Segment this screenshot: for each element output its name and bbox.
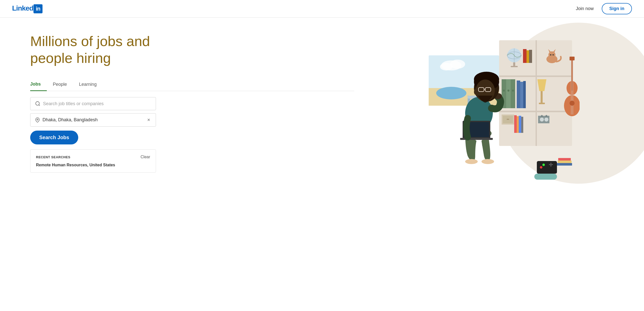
header-actions: Join now Sign in — [572, 3, 632, 14]
hero-illustration — [419, 25, 580, 186]
svg-point-20 — [552, 54, 554, 55]
svg-rect-44 — [521, 117, 523, 133]
main-content: Millions of jobs andpeople hiring Jobs P… — [0, 18, 644, 311]
svg-rect-30 — [541, 91, 543, 103]
svg-point-38 — [544, 118, 548, 122]
svg-rect-28 — [520, 82, 523, 108]
logo-in-box: in — [33, 4, 43, 13]
svg-rect-43 — [519, 116, 521, 133]
svg-rect-13 — [527, 50, 529, 63]
svg-rect-10 — [513, 62, 515, 66]
svg-point-0 — [36, 102, 39, 105]
svg-rect-23 — [511, 79, 515, 108]
recent-searches-box: RECENT SEARCHES Clear Remote Human Resou… — [30, 149, 156, 173]
location-pin-icon — [35, 117, 40, 123]
svg-rect-22 — [506, 79, 511, 108]
svg-point-37 — [540, 118, 544, 122]
svg-rect-11 — [511, 66, 518, 67]
svg-point-58 — [440, 63, 453, 70]
tab-learning[interactable]: Learning — [73, 79, 103, 91]
svg-rect-27 — [517, 81, 520, 108]
svg-point-67 — [481, 159, 494, 164]
svg-point-55 — [436, 87, 466, 99]
svg-point-19 — [550, 54, 551, 55]
left-panel: Millions of jobs andpeople hiring Jobs P… — [0, 18, 354, 188]
svg-rect-42 — [517, 116, 519, 133]
page-headline: Millions of jobs andpeople hiring — [30, 33, 176, 66]
location-input[interactable] — [43, 117, 144, 123]
svg-rect-87 — [534, 174, 557, 180]
sign-in-button[interactable]: Sign in — [602, 3, 632, 14]
svg-rect-90 — [558, 158, 571, 161]
svg-rect-12 — [523, 49, 527, 63]
tab-people[interactable]: People — [47, 79, 73, 91]
search-tabs: Jobs People Learning — [30, 79, 354, 91]
header: Linkedin Join now Sign in — [0, 0, 644, 18]
svg-point-40 — [545, 115, 547, 118]
svg-point-52 — [570, 101, 575, 106]
svg-rect-48 — [570, 57, 575, 60]
clear-recent-searches-button[interactable]: Clear — [141, 155, 150, 159]
svg-rect-35 — [507, 119, 509, 120]
linkedin-logo[interactable]: Linkedin — [12, 4, 43, 13]
svg-point-45 — [564, 95, 580, 116]
svg-point-2 — [37, 119, 38, 120]
svg-rect-14 — [529, 50, 532, 63]
svg-point-25 — [507, 90, 509, 92]
search-jobs-button[interactable]: Search Jobs — [30, 131, 78, 144]
svg-rect-6 — [536, 40, 537, 146]
location-wrapper: × — [30, 113, 156, 127]
logo-text: Linkedin — [12, 4, 43, 13]
right-panel — [354, 18, 644, 194]
recent-searches-header: RECENT SEARCHES Clear — [36, 155, 150, 159]
svg-rect-86 — [550, 163, 551, 167]
svg-rect-88 — [557, 163, 572, 166]
recent-searches-label: RECENT SEARCHES — [36, 155, 70, 159]
svg-point-66 — [465, 159, 478, 164]
search-area: × Search Jobs RECENT SEARCHES Clear Remo… — [30, 97, 156, 173]
svg-point-16 — [548, 51, 555, 58]
join-now-button[interactable]: Join now — [572, 4, 598, 13]
svg-rect-29 — [523, 81, 526, 108]
svg-point-84 — [542, 164, 545, 166]
recent-search-item[interactable]: Remote Human Resources, United States — [36, 163, 150, 167]
clear-location-button[interactable]: × — [146, 117, 151, 123]
svg-point-81 — [474, 89, 478, 95]
svg-point-26 — [512, 90, 514, 92]
svg-point-83 — [540, 166, 542, 169]
search-icon — [35, 101, 41, 106]
svg-rect-89 — [558, 161, 572, 163]
svg-line-1 — [39, 105, 40, 106]
tab-jobs[interactable]: Jobs — [30, 79, 47, 91]
svg-rect-41 — [514, 115, 517, 133]
svg-point-24 — [503, 90, 505, 92]
svg-rect-32 — [539, 103, 545, 104]
job-search-input[interactable] — [43, 101, 151, 106]
svg-point-39 — [541, 115, 543, 118]
job-search-wrapper — [30, 97, 156, 110]
